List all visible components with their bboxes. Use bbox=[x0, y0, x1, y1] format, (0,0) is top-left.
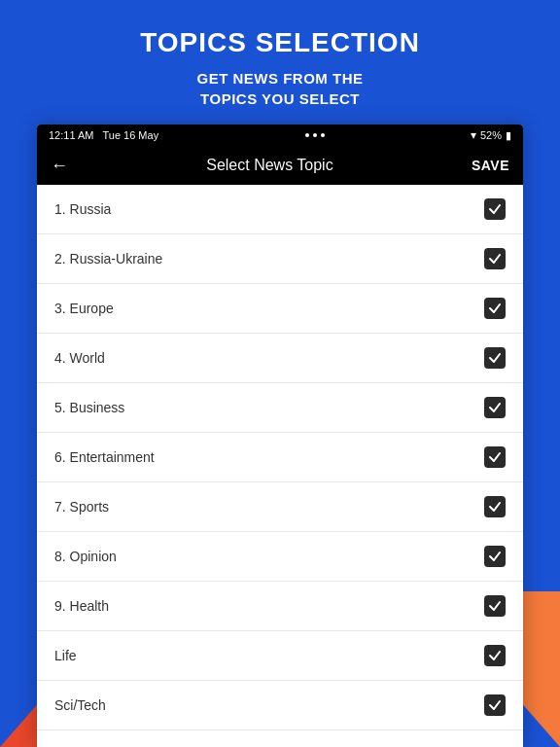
save-button[interactable]: SAVE bbox=[472, 158, 509, 173]
topic-checkbox[interactable] bbox=[484, 347, 506, 369]
topic-label: 7. Sports bbox=[54, 499, 109, 515]
topic-checkbox[interactable] bbox=[484, 298, 506, 319]
status-dots bbox=[305, 133, 325, 137]
topic-label: 9. Health bbox=[54, 598, 109, 614]
dot2 bbox=[313, 133, 317, 137]
main-title: TOPICS SELECTION bbox=[39, 27, 521, 58]
topic-item[interactable]: 2. Russia-Ukraine bbox=[37, 234, 523, 284]
wifi-icon: ▾ bbox=[471, 128, 476, 142]
topic-item[interactable]: 8. Opinion bbox=[37, 532, 523, 582]
topic-checkbox[interactable] bbox=[484, 645, 506, 666]
topic-label: 3. Europe bbox=[54, 301, 114, 316]
topic-item[interactable]: 1. Russia bbox=[37, 185, 523, 234]
topic-checkbox[interactable] bbox=[484, 595, 506, 617]
topic-checkbox[interactable] bbox=[484, 198, 506, 220]
subtitle-line1: GET NEWS FROM THE bbox=[197, 70, 364, 87]
app-background: TOPICS SELECTION GET NEWS FROM THE TOPIC… bbox=[0, 0, 560, 747]
topic-label: 6. Entertainment bbox=[54, 449, 155, 465]
date: Tue 16 May bbox=[102, 129, 158, 141]
topic-item[interactable]: 3. Europe bbox=[37, 284, 523, 334]
status-indicators: ▾ 52% ▮ bbox=[471, 128, 511, 142]
header-section: TOPICS SELECTION GET NEWS FROM THE TOPIC… bbox=[0, 0, 560, 126]
back-button[interactable]: ← bbox=[51, 156, 68, 176]
status-time: 12:11 AM Tue 16 May bbox=[49, 129, 158, 141]
topic-item[interactable]: 6. Entertainment bbox=[37, 433, 523, 482]
dot3 bbox=[321, 133, 325, 137]
nav-bar: ← Select News Topic SAVE bbox=[37, 146, 523, 185]
topic-label: 4. World bbox=[54, 350, 105, 366]
subtitle-line2: TOPICS YOU SELECT bbox=[200, 90, 360, 107]
topic-checkbox[interactable] bbox=[484, 496, 506, 517]
topic-item[interactable]: 9. Health bbox=[37, 582, 523, 631]
dot1 bbox=[305, 133, 309, 137]
status-bar: 12:11 AM Tue 16 May ▾ 52% ▮ bbox=[37, 124, 523, 146]
nav-title: Select News Topic bbox=[68, 157, 472, 174]
topic-checkbox[interactable] bbox=[484, 546, 506, 567]
topic-checkbox[interactable] bbox=[484, 446, 506, 468]
battery: 52% bbox=[480, 129, 502, 141]
topic-item[interactable]: Sci/Tech bbox=[37, 681, 523, 730]
battery-bar: ▮ bbox=[506, 129, 511, 142]
phone-frame: 12:11 AM Tue 16 May ▾ 52% ▮ ← Select New… bbox=[37, 124, 523, 747]
topic-label: Life bbox=[54, 648, 77, 663]
topic-checkbox[interactable] bbox=[484, 397, 506, 418]
topic-checkbox[interactable] bbox=[484, 248, 506, 269]
topic-item[interactable]: 4. World bbox=[37, 334, 523, 383]
topic-label: 1. Russia bbox=[54, 201, 111, 217]
topic-item[interactable]: 7. Sports bbox=[37, 482, 523, 532]
topic-label: 5. Business bbox=[54, 400, 124, 415]
topic-label: 2. Russia-Ukraine bbox=[54, 251, 162, 267]
topic-item[interactable]: Life bbox=[37, 631, 523, 681]
topic-item[interactable]: 5. Business bbox=[37, 383, 523, 433]
time: 12:11 AM bbox=[49, 129, 93, 141]
topic-label: 8. Opinion bbox=[54, 549, 117, 564]
topics-list: 1. Russia 2. Russia-Ukraine 3. Europe 4.… bbox=[37, 185, 523, 747]
topic-checkbox[interactable] bbox=[484, 694, 506, 716]
subtitle: GET NEWS FROM THE TOPICS YOU SELECT bbox=[39, 68, 521, 109]
topic-label: Sci/Tech bbox=[54, 697, 106, 713]
